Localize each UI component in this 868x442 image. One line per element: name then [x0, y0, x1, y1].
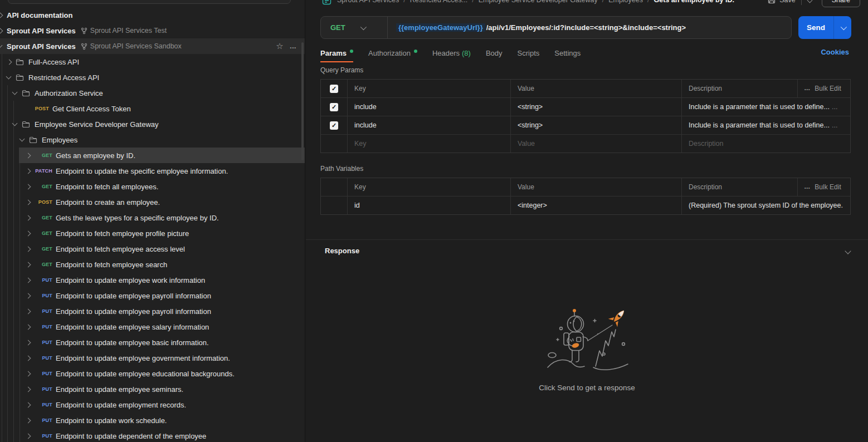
chevron-right-icon[interactable] — [26, 325, 35, 329]
tab-headers[interactable]: Headers(8) — [432, 45, 471, 61]
bulk-edit-button[interactable]: Bulk Edit — [797, 178, 851, 196]
sidebar-request[interactable]: PUT Endpoint to update dependent of the … — [0, 428, 305, 442]
param-key[interactable]: include — [347, 116, 510, 134]
sidebar-folder-employees[interactable]: Employees — [0, 132, 305, 148]
sidebar-request[interactable]: PUT Endpoint to update employee salary i… — [0, 319, 305, 335]
variable-value[interactable]: <integer> — [510, 197, 681, 214]
breadcrumb-segment[interactable]: Employees — [608, 0, 643, 4]
chevron-right-icon[interactable] — [26, 263, 35, 267]
bulk-edit-button[interactable]: Bulk Edit — [797, 80, 851, 97]
tab-settings[interactable]: Settings — [554, 45, 581, 61]
chevron-right-icon[interactable] — [26, 403, 35, 407]
sidebar-item-sprout-api-services-test[interactable]: Sprout API Services Sprout API Services … — [0, 23, 305, 38]
save-options-chevron-icon[interactable] — [807, 0, 816, 2]
breadcrumb-segment[interactable]: Sprout API Services — [337, 0, 399, 4]
sidebar-request[interactable]: GET Endpoint to fetch employee search — [0, 257, 305, 272]
sidebar-request[interactable]: POST Endpoint to create an employee. — [0, 194, 305, 210]
chevron-right-icon[interactable] — [7, 60, 16, 64]
sidebar-request[interactable]: PUT Endpoint to update employee payroll … — [0, 288, 305, 303]
sidebar-request[interactable]: POST Get Client Access Token — [0, 101, 305, 116]
sidebar-request[interactable]: PUT Endpoint to update employee work inf… — [0, 272, 305, 288]
folder-name: Full-Access API — [28, 58, 79, 66]
chevron-right-icon[interactable] — [0, 29, 7, 33]
param-key[interactable]: include — [347, 98, 510, 116]
chevron-down-icon[interactable] — [13, 123, 22, 125]
chevron-down-icon[interactable] — [0, 45, 7, 47]
chevron-right-icon[interactable] — [26, 247, 35, 251]
sidebar-scrollbar[interactable] — [301, 42, 304, 160]
star-icon[interactable] — [276, 41, 283, 51]
chevron-right-icon[interactable] — [26, 200, 35, 204]
sidebar-request[interactable]: GET Gets the leave types for a specific … — [0, 210, 305, 225]
sidebar-request[interactable]: GET Endpoint to fetch all employees. — [0, 179, 305, 194]
row-checkbox[interactable] — [330, 103, 338, 111]
chevron-right-icon[interactable] — [26, 278, 35, 282]
response-collapse-chevron-icon[interactable] — [845, 248, 851, 254]
chevron-right-icon[interactable] — [0, 13, 7, 17]
sidebar-request[interactable]: PUT Endpoint to update employee governme… — [0, 350, 305, 366]
sidebar-item-api-documentation[interactable]: API documentation — [0, 7, 305, 23]
param-description-placeholder[interactable]: Description — [681, 135, 851, 153]
search-input[interactable] — [8, 0, 291, 4]
tab-scripts[interactable]: Scripts — [518, 45, 540, 61]
share-button[interactable]: Share — [822, 0, 860, 7]
sidebar-item-sprout-api-services-sandbox[interactable]: Sprout API Services Sprout API Services … — [0, 38, 305, 54]
method-select[interactable]: GET — [321, 23, 387, 32]
sidebar-request[interactable]: PATCH Endpoint to update the specific em… — [0, 163, 305, 179]
param-description[interactable]: Include is a parameter that is used to d… — [681, 98, 851, 116]
sidebar-request[interactable]: GET Endpoint to fetch employee profile p… — [0, 225, 305, 241]
table-row: id <integer> (Required) The sprout syste… — [321, 196, 850, 214]
tab-authorization[interactable]: Authorization — [368, 45, 417, 61]
variable-description[interactable]: (Required) The sprout system ID of the e… — [681, 197, 851, 214]
send-button[interactable]: Send — [798, 16, 833, 39]
tab-body[interactable]: Body — [486, 45, 503, 61]
chevron-right-icon[interactable] — [26, 310, 35, 313]
param-value[interactable]: <string> — [510, 116, 681, 134]
param-description[interactable]: Include is a parameter that is used to d… — [681, 116, 851, 134]
send-options-button[interactable] — [833, 16, 851, 39]
chevron-right-icon[interactable] — [26, 294, 35, 298]
sidebar-request[interactable]: PUT Endpoint to update employee basic in… — [0, 335, 305, 350]
param-value-placeholder[interactable]: Value — [510, 135, 681, 153]
breadcrumb-segment[interactable]: Employee Service Developer Gateway — [479, 0, 598, 4]
variable-key[interactable]: id — [347, 197, 510, 214]
chevron-right-icon[interactable] — [26, 372, 35, 376]
chevron-right-icon[interactable] — [26, 387, 35, 391]
sidebar-request[interactable]: PUT Endpoint to update employment record… — [0, 397, 305, 412]
chevron-right-icon[interactable] — [26, 434, 35, 438]
url-input[interactable]: {{employeeGatewayUrl}}/api/v1/Employees/… — [396, 23, 686, 32]
param-value[interactable]: <string> — [510, 98, 681, 116]
sidebar-folder-employee-service-developer-gateway[interactable]: Employee Service Developer Gateway — [0, 116, 305, 132]
sidebar-folder-full-access-api[interactable]: Full-Access API — [0, 54, 305, 70]
more-options-icon[interactable] — [290, 42, 296, 51]
chevron-right-icon[interactable] — [26, 356, 35, 360]
collection-name: API documentation — [7, 11, 72, 19]
param-key-placeholder[interactable]: Key — [347, 135, 510, 153]
cookies-link[interactable]: Cookies — [821, 48, 849, 56]
chevron-right-icon[interactable] — [26, 185, 35, 189]
sidebar-request[interactable]: PUT Endpoint to update employee payroll … — [0, 303, 305, 319]
chevron-right-icon[interactable] — [26, 232, 35, 235]
chevron-down-icon[interactable] — [13, 92, 22, 94]
chevron-down-icon[interactable] — [20, 139, 29, 141]
sidebar-folder-restricted-access-api[interactable]: Restricted Access API — [0, 70, 305, 85]
tab-params[interactable]: Params — [320, 45, 353, 61]
sidebar-request[interactable]: PUT Endpoint to update employee educatio… — [0, 366, 305, 381]
chevron-down-icon[interactable] — [7, 76, 16, 78]
breadcrumb-segment[interactable]: Restricted Acces... — [410, 0, 468, 4]
sidebar-request[interactable]: GET Endpoint to fetch employee access le… — [0, 241, 305, 257]
chevron-right-icon[interactable] — [26, 216, 35, 220]
sidebar-folder-authorization-service[interactable]: Authorization Service — [0, 85, 305, 101]
save-button[interactable]: Save — [768, 0, 796, 4]
method-badge: PUT — [35, 418, 52, 423]
sidebar-request-selected[interactable]: GET Gets an employee by ID. — [0, 148, 305, 163]
sidebar-request[interactable]: PUT Endpoint to update work schedule. — [0, 412, 305, 428]
sidebar-request[interactable]: PUT Endpoint to update employee seminars… — [0, 381, 305, 397]
chevron-right-icon[interactable] — [26, 154, 35, 158]
select-all-checkbox[interactable] — [330, 85, 338, 93]
row-checkbox[interactable] — [330, 121, 338, 130]
chevron-right-icon[interactable] — [26, 341, 35, 345]
fork-icon — [81, 27, 87, 35]
chevron-right-icon[interactable] — [26, 169, 35, 173]
chevron-right-icon[interactable] — [26, 419, 35, 423]
